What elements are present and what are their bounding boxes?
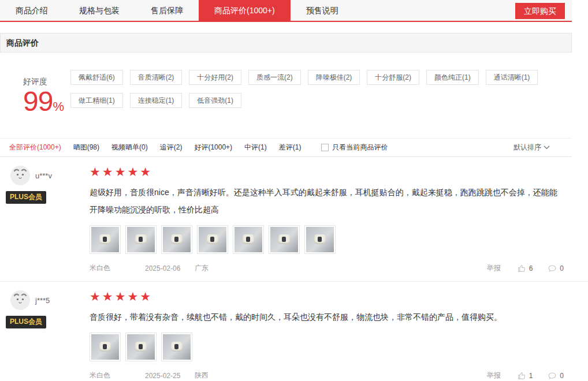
review-location: 陕西: [195, 371, 209, 380]
review-tag[interactable]: 颜色纯正(1): [426, 70, 479, 85]
tab-after-sales[interactable]: 售后保障: [135, 0, 199, 21]
comment-bubble-icon: [548, 264, 557, 273]
review-tag[interactable]: 低音强劲(1): [189, 93, 241, 108]
review-text: 超级好用，音质很nice，声音清晰好听。还是这种半入耳式的戴起来舒服，耳机挺贴合…: [90, 184, 564, 218]
star-rating: ★★★★★: [90, 290, 564, 302]
comment-bubble-icon: [548, 371, 557, 380]
review-photo-thumbnail[interactable]: [161, 333, 192, 361]
review-tag[interactable]: 佩戴舒适(6): [70, 70, 123, 85]
filter-with-photos[interactable]: 晒图(98): [73, 143, 99, 152]
buy-now-button[interactable]: 立即购买: [515, 3, 565, 19]
review-content-column: ★★★★★ 超级好用，音质很nice，声音清晰好听。还是这种半入耳式的戴起来舒服…: [90, 166, 588, 273]
report-link[interactable]: 举报: [487, 263, 501, 273]
review-text: 音质很好，带着没有杂音，续航也不错，戴的时间久，耳朵也没有不舒服，物流也块，非常…: [90, 308, 564, 326]
review-location: 广东: [195, 263, 209, 273]
review-content-column: ★★★★★ 音质很好，带着没有杂音，续航也不错，戴的时间久，耳朵也没有不舒服，物…: [90, 290, 588, 380]
review-tag[interactable]: 通话清晰(1): [486, 70, 538, 85]
review-tag[interactable]: 质感一流(2): [248, 70, 301, 85]
thumbs-up-icon: [517, 371, 526, 380]
filter-positive[interactable]: 好评(1000+): [194, 143, 232, 152]
default-avatar-icon: [10, 166, 30, 185]
only-current-label: 只看当前商品评价: [332, 143, 388, 152]
like-button[interactable]: 6: [517, 264, 533, 273]
review-sku: 米白色: [90, 371, 145, 380]
review-date: 2025-02-25: [145, 372, 195, 380]
review-tag[interactable]: 做工精细(1): [70, 93, 123, 108]
review-photo-thumbnail[interactable]: [233, 225, 264, 254]
like-count: 6: [529, 264, 533, 272]
avatar[interactable]: [10, 166, 30, 185]
reviews-section-title: 商品评价: [0, 33, 572, 53]
report-link[interactable]: 举报: [487, 371, 501, 380]
avatar[interactable]: [10, 290, 30, 310]
review-tag[interactable]: 音质清晰(2): [130, 70, 183, 85]
comment-button[interactable]: 0: [548, 264, 564, 273]
positive-rate-block: 好评度 99%: [23, 69, 70, 116]
review-photo-list: [90, 333, 564, 361]
like-button[interactable]: 1: [517, 371, 533, 380]
review-meta-row: 米白色 2025-02-06 广东 举报 6 0: [90, 263, 564, 273]
tab-presale-info[interactable]: 预售说明: [291, 0, 354, 21]
default-avatar-icon: [10, 290, 30, 310]
review-username[interactable]: j***5: [35, 296, 50, 305]
sort-label: 默认排序: [513, 143, 541, 152]
review-photo-thumbnail[interactable]: [125, 333, 157, 361]
review-date: 2025-02-06: [145, 264, 195, 272]
review-photo-thumbnail[interactable]: [161, 225, 192, 254]
rate-percent-sign: %: [53, 99, 64, 114]
review-tag[interactable]: 连接稳定(1): [130, 93, 183, 108]
review-user-column: j***5 PLUS会员: [0, 290, 90, 380]
filter-with-videos[interactable]: 视频晒单(0): [111, 143, 148, 152]
comment-count: 0: [560, 372, 564, 380]
review-photo-thumbnail[interactable]: [90, 225, 121, 254]
review-filter-bar: 全部评价(1000+) 晒图(98) 视频晒单(0) 追评(2) 好评(1000…: [0, 138, 572, 157]
review-item: u***v PLUS会员 ★★★★★ 超级好用，音质很nice，声音清晰好听。还…: [0, 157, 588, 282]
review-tag[interactable]: 十分好用(2): [189, 70, 241, 85]
comment-button[interactable]: 0: [548, 371, 564, 380]
tab-product-intro[interactable]: 商品介绍: [0, 0, 64, 21]
review-meta-row: 米白色 2025-02-25 陕西 举报 1 0: [90, 371, 564, 380]
filter-neutral[interactable]: 中评(1): [244, 143, 267, 152]
review-photo-thumbnail[interactable]: [197, 225, 228, 254]
positive-rate-value: 99%: [23, 87, 70, 116]
filter-follow-up[interactable]: 追评(2): [160, 143, 183, 152]
review-summary: 好评度 99% 佩戴舒适(6) 音质清晰(2) 十分好用(2) 质感一流(2) …: [0, 53, 572, 122]
sort-dropdown[interactable]: 默认排序: [513, 143, 550, 152]
review-photo-thumbnail[interactable]: [90, 333, 121, 361]
plus-member-badge[interactable]: PLUS会员: [6, 191, 46, 204]
product-tab-bar: 商品介绍 规格与包装 售后保障 商品评价(1000+) 预售说明 立即购买: [0, 0, 572, 22]
chevron-down-icon: [544, 145, 550, 150]
review-tag-list: 佩戴舒适(6) 音质清晰(2) 十分好用(2) 质感一流(2) 降噪极佳(2) …: [70, 69, 556, 116]
filter-negative[interactable]: 差评(1): [279, 143, 302, 152]
review-photo-thumbnail[interactable]: [125, 225, 157, 254]
star-rating: ★★★★★: [90, 166, 564, 178]
review-tag[interactable]: 降噪极佳(2): [308, 70, 360, 85]
review-tag[interactable]: 十分舒服(2): [367, 70, 419, 85]
filter-all-reviews[interactable]: 全部评价(1000+): [9, 143, 61, 152]
tab-product-reviews[interactable]: 商品评价(1000+): [199, 0, 291, 21]
comment-count: 0: [560, 264, 564, 272]
thumbs-up-icon: [517, 264, 526, 273]
review-sku: 米白色: [90, 263, 145, 273]
only-current-checkbox[interactable]: [321, 144, 329, 151]
review-photo-thumbnail[interactable]: [269, 225, 300, 254]
review-username[interactable]: u***v: [35, 171, 52, 180]
plus-member-badge[interactable]: PLUS会员: [6, 316, 46, 328]
review-item: j***5 PLUS会员 ★★★★★ 音质很好，带着没有杂音，续航也不错，戴的时…: [0, 282, 588, 381]
like-count: 1: [529, 372, 533, 380]
review-user-column: u***v PLUS会员: [0, 166, 90, 273]
review-photo-list: [90, 225, 564, 254]
only-current-product-toggle[interactable]: 只看当前商品评价: [321, 143, 388, 152]
review-photo-thumbnail[interactable]: [304, 225, 336, 254]
rate-number: 99: [23, 86, 53, 117]
tab-specs-packaging[interactable]: 规格与包装: [64, 0, 135, 21]
